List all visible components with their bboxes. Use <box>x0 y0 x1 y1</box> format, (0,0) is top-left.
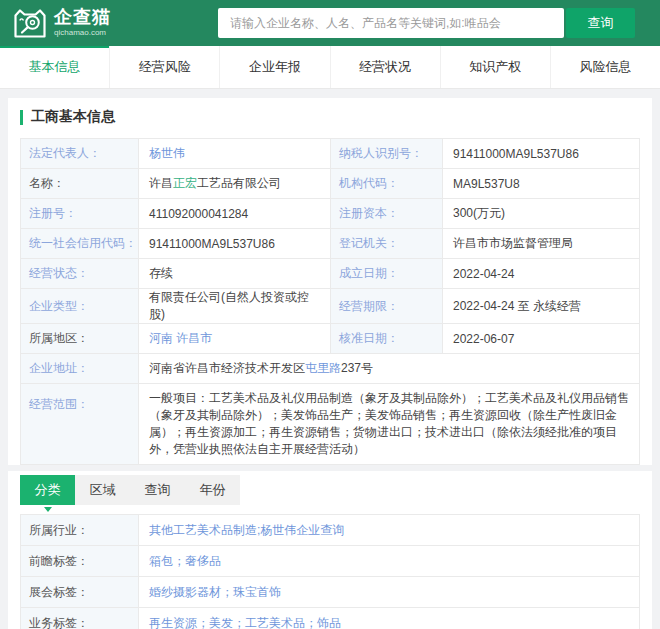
value-text: 许昌 <box>149 175 173 192</box>
field-label: 统一社会信用代码： <box>21 229 139 258</box>
field-value: 2022-06-07 <box>443 324 639 353</box>
field-value: 一般项目：工艺美术品及礼仪用品制造（象牙及其制品除外）；工艺美术品及礼仪用品销售… <box>139 384 639 464</box>
field-label: 经营范围： <box>21 384 139 464</box>
separator: ； <box>305 615 317 629</box>
field-label: 展会标签： <box>21 577 139 607</box>
value-link[interactable]: 其他工艺美术品制造 <box>149 522 257 539</box>
tag-row: 所属行业：其他工艺美术品制造 ;杨世伟企业查询 <box>21 515 639 546</box>
field-label: 经营状态： <box>21 259 139 288</box>
separator: ； <box>221 584 233 601</box>
field-value: 91411000MA9L537U86 <box>139 229 331 258</box>
tag-table: 所属行业：其他工艺美术品制造 ;杨世伟企业查询前瞻标签：箱包；奢侈品展会标签：婚… <box>20 514 640 629</box>
field-value: 杨世伟 <box>139 139 331 168</box>
info-table: 法定代表人：杨世伟纳税人识别号：91411000MA9L537U86名称：许昌正… <box>20 138 640 465</box>
field-value: 婚纱摄影器材；珠宝首饰 <box>139 577 639 607</box>
value-link[interactable]: 杨世伟 <box>149 145 185 162</box>
value-link[interactable]: 饰品 <box>317 615 341 629</box>
nav-tab-intellectual-property[interactable]: 知识产权 <box>440 46 550 88</box>
filter-tab-query[interactable]: 查询 <box>130 475 185 505</box>
value-link[interactable]: 箱包 <box>149 553 173 570</box>
value-text: 237号 <box>341 360 373 377</box>
value-text: 91411000MA9L537U86 <box>453 147 579 161</box>
info-row: 名称：许昌正宏工艺品有限公司机构代码：MA9L537U8 <box>21 169 639 199</box>
value-link[interactable]: 杨世伟企业查询 <box>260 522 344 539</box>
nav-tab-operation-status[interactable]: 经营状况 <box>330 46 440 88</box>
section-title-row: 工商基本信息 <box>20 108 640 126</box>
value-link[interactable]: 美发 <box>209 615 233 629</box>
value-link[interactable]: 奢侈品 <box>185 553 221 570</box>
separator: ； <box>197 615 209 629</box>
value-text: 300(万元) <box>453 205 505 222</box>
search-input[interactable] <box>228 15 554 31</box>
tag-row: 展会标签：婚纱摄影器材；珠宝首饰 <box>21 577 639 608</box>
field-label: 企业类型： <box>21 289 139 323</box>
brand-domain: qichamao.com <box>54 28 111 38</box>
value-text: 2022-06-07 <box>453 332 514 346</box>
field-value: MA9L537U8 <box>443 169 639 198</box>
field-label: 核准日期： <box>331 324 443 353</box>
field-value: 存续 <box>139 259 331 288</box>
value-text: 河南省许昌市经济技术开发区 <box>149 360 305 377</box>
field-value: 300(万元) <box>443 199 639 228</box>
value-text: 2022-04-24 至 永续经营 <box>453 298 581 315</box>
filter-tab-region[interactable]: 区域 <box>75 475 130 505</box>
tags-card: 分类区域查询年份 所属行业：其他工艺美术品制造 ;杨世伟企业查询前瞻标签：箱包；… <box>8 471 652 629</box>
value-text: 存续 <box>149 265 173 282</box>
cat-magnifier-icon <box>13 7 47 40</box>
field-value: 许昌市市场监督管理局 <box>443 229 639 258</box>
nav-tab-basic-info[interactable]: 基本信息 <box>0 46 109 88</box>
site-header: 企查猫 qichamao.com 查询 <box>0 0 660 46</box>
field-value: 箱包；奢侈品 <box>139 546 639 576</box>
field-label: 法定代表人： <box>21 139 139 168</box>
field-value: 河南省许昌市经济技术开发区屯里路237号 <box>139 354 639 383</box>
search-box <box>218 8 564 38</box>
info-row: 经营范围：一般项目：工艺美术品及礼仪用品制造（象牙及其制品除外）；工艺美术品及礼… <box>21 384 639 464</box>
field-label: 成立日期： <box>331 259 443 288</box>
value-text: 有限责任公司(自然人投资或控股) <box>149 289 320 323</box>
value-text: 91411000MA9L537U86 <box>149 237 275 251</box>
tag-row: 业务标签：再生资源；美发；工艺美术品；饰品 <box>21 608 639 629</box>
field-value: 许昌正宏工艺品有限公司 <box>139 169 331 198</box>
title-accent-bar <box>20 110 23 125</box>
value-text: 一般项目：工艺美术品及礼仪用品制造（象牙及其制品除外）；工艺美术品及礼仪用品销售… <box>149 391 629 456</box>
logo-text: 企查猫 qichamao.com <box>54 8 111 38</box>
value-text: 许昌市市场监督管理局 <box>453 235 573 252</box>
field-value: 411092000041284 <box>139 199 331 228</box>
field-value: 再生资源；美发；工艺美术品；饰品 <box>139 608 639 629</box>
home-logo[interactable]: 企查猫 qichamao.com <box>13 7 111 40</box>
business-info-card: 工商基本信息 法定代表人：杨世伟纳税人识别号：91411000MA9L537U8… <box>8 98 652 465</box>
filter-tab-year[interactable]: 年份 <box>185 475 240 505</box>
brand-name: 企查猫 <box>54 8 111 26</box>
separator: ； <box>233 615 245 629</box>
field-label: 注册号： <box>21 199 139 228</box>
field-value: 其他工艺美术品制造 ;杨世伟企业查询 <box>139 515 639 545</box>
field-label: 名称： <box>21 169 139 198</box>
field-value: 2022-04-24 至 永续经营 <box>443 289 639 323</box>
value-text: 411092000041284 <box>149 207 248 221</box>
nav-tab-annual-report[interactable]: 企业年报 <box>219 46 329 88</box>
value-link[interactable]: 河南 许昌市 <box>149 330 212 347</box>
info-row: 企业类型：有限责任公司(自然人投资或控股)经营期限：2022-04-24 至 永… <box>21 289 639 324</box>
value-link[interactable]: 婚纱摄影器材 <box>149 584 221 601</box>
value-link[interactable]: 工艺美术品 <box>245 615 305 629</box>
field-label: 登记机关： <box>331 229 443 258</box>
value-text: 2022-04-24 <box>453 267 514 281</box>
value-link[interactable]: 珠宝首饰 <box>233 584 281 601</box>
value-text: MA9L537U8 <box>453 177 520 191</box>
field-value: 河南 许昌市 <box>139 324 331 353</box>
nav-tab-risk-info[interactable]: 风险信息 <box>550 46 660 88</box>
field-label: 所属行业： <box>21 515 139 545</box>
section-title: 工商基本信息 <box>31 108 115 126</box>
separator: ； <box>173 553 185 570</box>
nav-tab-business-risk[interactable]: 经营风险 <box>109 46 219 88</box>
value-text: 工艺品有限公司 <box>197 175 281 192</box>
value-link[interactable]: 再生资源 <box>149 615 197 629</box>
filter-tab-category[interactable]: 分类 <box>20 475 75 505</box>
search-button[interactable]: 查询 <box>566 8 635 38</box>
value-link[interactable]: 屯里路 <box>305 360 341 377</box>
field-value: 91411000MA9L537U86 <box>443 139 639 168</box>
info-row: 统一社会信用代码：91411000MA9L537U86登记机关：许昌市市场监督管… <box>21 229 639 259</box>
info-row: 企业地址：河南省许昌市经济技术开发区屯里路237号 <box>21 354 639 384</box>
field-label: 经营期限： <box>331 289 443 323</box>
field-label: 纳税人识别号： <box>331 139 443 168</box>
